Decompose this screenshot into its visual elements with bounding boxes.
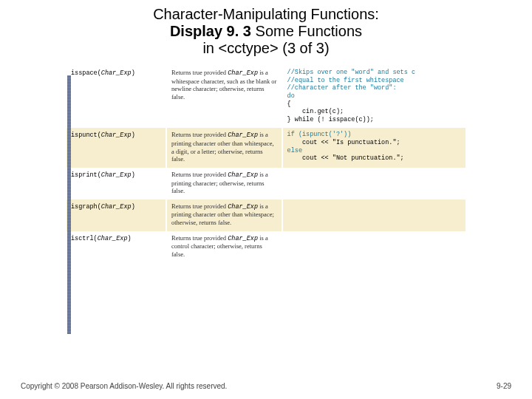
- desc-arg: Char_Exp: [228, 132, 258, 139]
- function-example: if (ispunct('?')) cout << "Is punctuatio…: [282, 128, 466, 168]
- fn-close: ): [132, 171, 135, 179]
- function-signature: isgraph(Char_Exp): [66, 200, 166, 231]
- desc-arg: Char_Exp: [228, 171, 258, 179]
- functions-table: isspace(Char_Exp)Returns true provided C…: [66, 66, 466, 263]
- fn-name: isgraph(: [71, 203, 101, 211]
- fn-close: ): [132, 69, 135, 77]
- title-line-2-rest: Some Functions: [251, 23, 362, 39]
- desc-pre: Returns true provided: [171, 131, 228, 138]
- decorative-sidebar: [67, 75, 71, 334]
- function-example: [282, 231, 466, 263]
- code-line: cin.get(c);: [287, 108, 461, 116]
- fn-name: isspace(: [71, 69, 101, 77]
- fn-arg: Char_Exp: [101, 203, 132, 211]
- fn-arg: Char_Exp: [98, 235, 128, 242]
- example-code: if (ispunct('?')) cout << "Is punctuatio…: [287, 131, 461, 163]
- desc-arg: Char_Exp: [228, 69, 258, 77]
- copyright-text: Copyright © 2008 Pearson Addison-Wesley.…: [21, 382, 227, 390]
- function-description: Returns true provided Char_Exp is a prin…: [166, 200, 282, 231]
- title-line-1: Character-Manipulating Functions:: [30, 6, 502, 23]
- fn-arg: Char_Exp: [101, 132, 132, 139]
- fn-close: ): [132, 132, 135, 139]
- function-description: Returns true provided Char_Exp is a prin…: [166, 128, 282, 168]
- code-line: else: [287, 147, 461, 155]
- fn-arg: Char_Exp: [101, 171, 132, 179]
- functions-tbody: isspace(Char_Exp)Returns true provided C…: [66, 66, 466, 263]
- code-line: {: [287, 100, 461, 109]
- desc-pre: Returns true provided: [171, 69, 228, 76]
- fn-name: ispunct(: [71, 132, 101, 139]
- example-code: //Skips over one "word" and sets c//equa…: [287, 69, 461, 123]
- fn-arg: Char_Exp: [101, 69, 132, 77]
- fn-name: isprint(: [71, 171, 101, 179]
- desc-pre: Returns true provided: [171, 202, 228, 210]
- function-description: Returns true provided Char_Exp is a cont…: [166, 231, 282, 263]
- code-line: if (ispunct('?')): [287, 131, 461, 139]
- code-line: cout << "Is punctuation.";: [287, 139, 461, 147]
- function-example: //Skips over one "word" and sets c//equa…: [282, 66, 466, 128]
- function-signature: isctrl(Char_Exp): [66, 231, 166, 263]
- function-description: Returns true provided Char_Exp is a whit…: [166, 66, 282, 128]
- function-example: [282, 168, 466, 200]
- desc-pre: Returns true provided: [171, 171, 228, 178]
- fn-name: isctrl(: [71, 235, 98, 242]
- function-signature: isprint(Char_Exp): [66, 168, 166, 200]
- desc-arg: Char_Exp: [228, 235, 258, 242]
- title-line-3: in <cctype> (3 of 3): [30, 40, 502, 57]
- code-comment: //equal to the first whitespace: [287, 77, 461, 85]
- page-number: 9-29: [497, 382, 511, 390]
- table-row: isgraph(Char_Exp)Returns true provided C…: [66, 200, 466, 231]
- code-comment: //Skips over one "word" and sets c: [287, 69, 461, 77]
- table-row: isctrl(Char_Exp)Returns true provided Ch…: [66, 231, 466, 263]
- desc-arg: Char_Exp: [228, 203, 258, 211]
- table-row: isspace(Char_Exp)Returns true provided C…: [66, 66, 466, 128]
- function-signature: isspace(Char_Exp): [66, 66, 166, 128]
- desc-pre: Returns true provided: [171, 234, 228, 242]
- title-display-label: Display 9. 3: [170, 23, 251, 39]
- table-row: ispunct(Char_Exp)Returns true provided C…: [66, 128, 466, 168]
- function-description: Returns true provided Char_Exp is a prin…: [166, 168, 282, 200]
- code-line: do: [287, 92, 461, 100]
- functions-table-wrap: isspace(Char_Exp)Returns true provided C…: [66, 66, 466, 263]
- code-line: cout << "Not punctuation.";: [287, 154, 461, 163]
- fn-close: ): [132, 203, 135, 211]
- slide-footer: Copyright © 2008 Pearson Addison-Wesley.…: [21, 382, 511, 390]
- code-comment: //character after the "word":: [287, 84, 461, 92]
- table-row: isprint(Char_Exp)Returns true provided C…: [66, 168, 466, 200]
- slide-title: Character-Manipulating Functions: Displa…: [0, 0, 532, 61]
- fn-close: ): [128, 235, 132, 242]
- code-line: } while (! isspace(c));: [287, 116, 461, 124]
- function-signature: ispunct(Char_Exp): [66, 128, 166, 168]
- function-example: [282, 200, 466, 231]
- title-line-2: Display 9. 3 Some Functions: [30, 23, 502, 40]
